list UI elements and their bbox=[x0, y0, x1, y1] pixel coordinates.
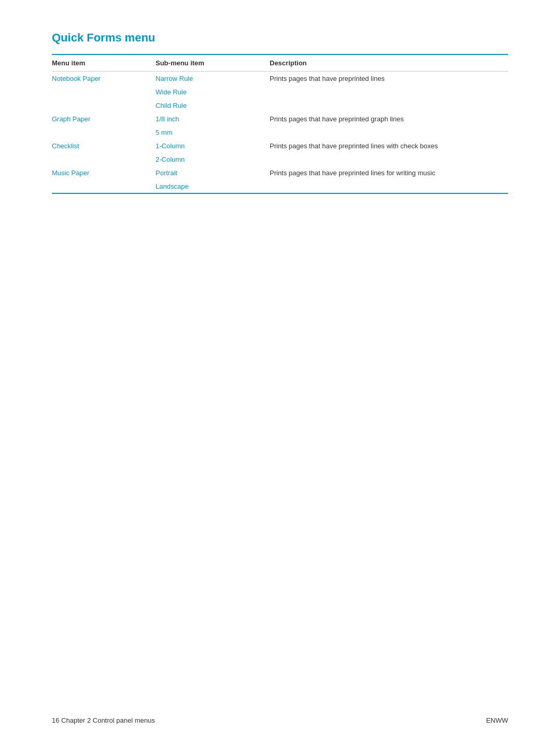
page-footer: 16 Chapter 2 Control panel menus ENWW bbox=[0, 716, 560, 724]
desc-music: Prints pages that have preprinted lines … bbox=[270, 169, 435, 177]
table-header-row: Menu item Sub-menu item Description bbox=[52, 55, 508, 72]
submenu-child-rule: Child Rule bbox=[156, 102, 187, 109]
desc-graph: Prints pages that have preprinted graph … bbox=[270, 115, 404, 123]
sub-row: 2-Column bbox=[156, 152, 508, 166]
quick-forms-table: Menu item Sub-menu item Description Note… bbox=[52, 54, 508, 194]
submenu-2-column: 2-Column bbox=[156, 156, 185, 163]
submenu-portrait: Portrait bbox=[156, 169, 177, 177]
submenu-1-column: 1-Column bbox=[156, 142, 185, 150]
table-row: Checklist 1-Column Prints pages that hav… bbox=[52, 139, 508, 166]
page-content: Quick Forms menu Menu item Sub-menu item… bbox=[0, 0, 560, 235]
desc-notebook: Prints pages that have preprinted lines bbox=[270, 75, 385, 82]
sub-row: 1/8 inch Prints pages that have preprint… bbox=[156, 112, 508, 125]
submenu-landscape: Landscape bbox=[156, 182, 189, 190]
menu-item-notebook-paper: Notebook Paper bbox=[52, 75, 101, 82]
sub-row: Portrait Prints pages that have preprint… bbox=[156, 166, 508, 179]
sub-row: Landscape bbox=[156, 179, 508, 193]
header-sub-menu-item: Sub-menu item bbox=[156, 59, 270, 67]
submenu-1-8-inch: 1/8 inch bbox=[156, 115, 179, 123]
desc-checklist: Prints pages that have preprinted lines … bbox=[270, 142, 438, 150]
header-description: Description bbox=[270, 59, 508, 67]
page-title: Quick Forms menu bbox=[52, 31, 508, 45]
table-body: Notebook Paper Narrow Rule Prints pages … bbox=[52, 72, 508, 194]
sub-row: 1-Column Prints pages that have preprint… bbox=[156, 139, 508, 152]
submenu-5mm: 5 mm bbox=[156, 129, 173, 136]
submenu-wide-rule: Wide Rule bbox=[156, 88, 187, 96]
table-row: Graph Paper 1/8 inch Prints pages that h… bbox=[52, 112, 508, 139]
sub-row: Narrow Rule Prints pages that have prepr… bbox=[156, 72, 508, 85]
footer-right: ENWW bbox=[486, 716, 508, 724]
menu-item-graph-paper: Graph Paper bbox=[52, 115, 90, 123]
table-row: Notebook Paper Narrow Rule Prints pages … bbox=[52, 72, 508, 112]
menu-item-music-paper: Music Paper bbox=[52, 169, 89, 177]
sub-row: Wide Rule bbox=[156, 85, 508, 99]
header-menu-item: Menu item bbox=[52, 59, 156, 67]
menu-item-checklist: Checklist bbox=[52, 142, 79, 150]
sub-row: 5 mm bbox=[156, 125, 508, 139]
submenu-narrow-rule: Narrow Rule bbox=[156, 75, 193, 82]
sub-row: Child Rule bbox=[156, 99, 508, 112]
table-row: Music Paper Portrait Prints pages that h… bbox=[52, 166, 508, 193]
footer-left: 16 Chapter 2 Control panel menus bbox=[52, 716, 155, 724]
